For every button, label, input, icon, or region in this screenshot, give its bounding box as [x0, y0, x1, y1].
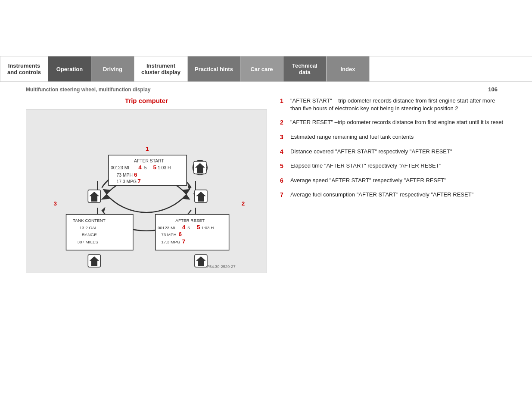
content-area: Multifunction steering wheel, multifunct… — [0, 82, 532, 282]
navigation-bar: Instrumentsand controls Operation Drivin… — [0, 56, 532, 82]
list-item: 2"AFTER RESET" –trip odometer records di… — [280, 118, 506, 127]
svg-text:4: 4 — [182, 224, 186, 230]
svg-text:AFTER RESET: AFTER RESET — [175, 218, 205, 223]
list-item-number: 2 — [280, 118, 286, 127]
list-item-text: Elapsed time "AFTER START" respectively … — [290, 162, 441, 171]
nav-practical-hints-label: Practical hints — [195, 66, 233, 72]
nav-car-care[interactable]: Car care — [240, 56, 283, 81]
list-item-text: Distance covered "AFTER START" respectiv… — [290, 148, 452, 156]
trip-computer-title: Trip computer — [26, 97, 267, 104]
svg-text:P54.30-2529-27: P54.30-2529-27 — [207, 265, 236, 269]
right-panel: 1"AFTER START" – trip odometer records d… — [280, 97, 506, 273]
list-item-text: "AFTER START" – trip odometer records di… — [290, 97, 506, 112]
list-item: 4Distance covered "AFTER START" respecti… — [280, 148, 506, 156]
nav-index[interactable]: Index — [327, 56, 370, 81]
list-item-text: "AFTER RESET" –trip odometer records dis… — [290, 118, 503, 127]
list-item-text: Average fuel consumption "AFTER START" r… — [290, 191, 473, 199]
svg-text:RANGE: RANGE — [82, 232, 97, 237]
svg-text:2: 2 — [242, 200, 245, 207]
nav-practical-hints[interactable]: Practical hints — [188, 56, 240, 81]
nav-instruments-controls[interactable]: Instrumentsand controls — [0, 56, 48, 81]
list-item: 3Estimated range remaining and fuel tank… — [280, 133, 506, 142]
svg-text:3: 3 — [54, 200, 57, 207]
nav-driving[interactable]: Driving — [91, 56, 134, 81]
nav-driving-label: Driving — [103, 66, 122, 72]
section-title: Multifunction steering wheel, multifunct… — [26, 87, 488, 93]
svg-text:1: 1 — [146, 146, 149, 152]
svg-text:00123 MI: 00123 MI — [158, 225, 175, 230]
nav-instrument-cluster[interactable]: Instrumentcluster display — [134, 56, 188, 81]
svg-text:5: 5 — [144, 165, 147, 170]
svg-text:73 MPH: 73 MPH — [161, 232, 177, 237]
page-info: Multifunction steering wheel, multifunct… — [26, 86, 506, 93]
nav-instrument-cluster-label: Instrumentcluster display — [141, 62, 180, 75]
svg-text:00123 MI: 00123 MI — [111, 165, 129, 170]
list-item-number: 6 — [280, 177, 286, 185]
page-number: 106 — [488, 86, 498, 93]
svg-text:1:03 H: 1:03 H — [201, 225, 214, 230]
list-item-text: Average speed "AFTER START" respectively… — [290, 177, 446, 185]
svg-text:5: 5 — [153, 164, 157, 171]
list-item: 5Elapsed time "AFTER START" respectively… — [280, 162, 506, 171]
svg-text:7: 7 — [137, 178, 140, 184]
nav-index-label: Index — [340, 66, 355, 72]
list-item-number: 7 — [280, 191, 286, 199]
list-item: 7Average fuel consumption "AFTER START" … — [280, 191, 506, 199]
main-content: Trip computer — [26, 97, 506, 273]
list-item-number: 4 — [280, 148, 286, 156]
svg-text:7: 7 — [182, 238, 185, 245]
nav-car-care-label: Car care — [250, 66, 273, 72]
left-panel: Trip computer — [26, 97, 267, 273]
svg-text:5: 5 — [197, 224, 200, 230]
svg-text:TANK CONTENT: TANK CONTENT — [73, 218, 106, 223]
numbered-list: 1"AFTER START" – trip odometer records d… — [280, 97, 506, 199]
list-item-number: 3 — [280, 133, 286, 142]
svg-text:AFTER START: AFTER START — [134, 159, 164, 163]
nav-instruments-controls-label: Instrumentsand controls — [7, 62, 41, 75]
svg-text:73 MPH: 73 MPH — [117, 173, 133, 177]
nav-operation-label: Operation — [56, 66, 83, 72]
svg-text:13.2 GAL: 13.2 GAL — [80, 225, 98, 230]
svg-text:4: 4 — [138, 164, 142, 171]
trip-computer-diagram: 1 2 3 AFTER START 00123 MI 4 5 5 1:03 H … — [35, 118, 258, 270]
list-item-number: 1 — [280, 97, 286, 112]
svg-text:1:03 H: 1:03 H — [158, 165, 171, 170]
list-item: 1"AFTER START" – trip odometer records d… — [280, 97, 506, 112]
list-item: 6Average speed "AFTER START" respectivel… — [280, 177, 506, 185]
list-item-text: Estimated range remaining and fuel tank … — [290, 133, 414, 142]
svg-text:6: 6 — [179, 231, 182, 237]
svg-text:6: 6 — [134, 171, 137, 178]
nav-technical-data[interactable]: Technicaldata — [283, 56, 327, 81]
svg-text:5: 5 — [187, 225, 190, 230]
list-item-number: 5 — [280, 162, 286, 171]
diagram-container: 1 2 3 AFTER START 00123 MI 4 5 5 1:03 H … — [26, 109, 267, 273]
nav-technical-data-label: Technicaldata — [292, 62, 317, 75]
svg-text:307 MILES: 307 MILES — [77, 240, 98, 244]
svg-text:17.3 MPG: 17.3 MPG — [161, 240, 180, 244]
nav-operation[interactable]: Operation — [48, 56, 91, 81]
svg-text:17.3 MPG: 17.3 MPG — [117, 179, 137, 184]
